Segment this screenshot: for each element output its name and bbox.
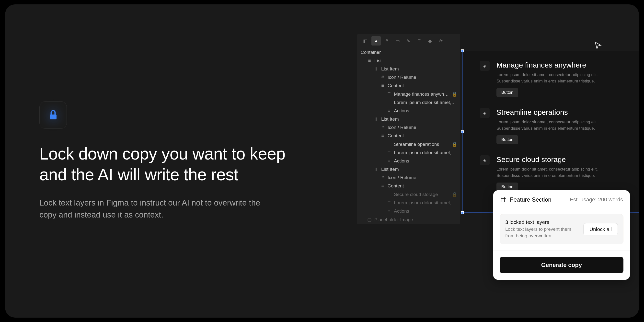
- layer-actions[interactable]: ≡Actions: [357, 107, 460, 115]
- feature-button[interactable]: Button: [496, 135, 518, 144]
- hero-copy: Lock down copy you want to keep and the …: [5, 4, 322, 318]
- tool-component-icon[interactable]: ◆: [425, 36, 434, 46]
- popup-title: Feature Section: [510, 196, 551, 203]
- feature-block: ◈ Secure cloud storage Lorem ipsum dolor…: [480, 155, 639, 191]
- tool-icon[interactable]: ◧: [361, 36, 370, 46]
- layer-text-title[interactable]: TManage finances anywhere🔒: [357, 90, 460, 98]
- unlock-all-button[interactable]: Unlock all: [583, 223, 618, 236]
- figma-toolbar: ◧ ▲ # ▭ ✎ T ◆ ⟳: [357, 34, 460, 48]
- layer-content[interactable]: ≡Content: [357, 132, 460, 140]
- lock-icon: [47, 109, 59, 121]
- feature-block: ◈ Streamline operations Lorem ipsum dolo…: [480, 108, 639, 144]
- lock-icon[interactable]: 🔒: [452, 142, 456, 147]
- feature-title: Streamline operations: [496, 108, 639, 116]
- tool-frame-icon[interactable]: #: [382, 36, 392, 46]
- popup-header: Feature Section Est. usage: 200 words: [493, 190, 630, 209]
- lock-icon[interactable]: 🔒: [452, 192, 456, 197]
- hero-headline: Lock down copy you want to keep and the …: [40, 144, 302, 185]
- cube-icon: ◈: [480, 155, 490, 165]
- mock-area: ◧ ▲ # ▭ ✎ T ◆ ⟳ Container ≡List ⦀List It…: [322, 4, 639, 318]
- layer-icon-relume[interactable]: #Icon / Relume: [357, 174, 460, 182]
- frame-icon: [500, 196, 506, 203]
- locked-count: 3 locked text layers: [505, 219, 574, 225]
- locked-desc: Lock text layers to prevent them from be…: [505, 226, 574, 239]
- selection-handle[interactable]: [461, 211, 464, 214]
- layer-text-lorem[interactable]: TLorem ipsum dolor sit amet, conse...: [357, 148, 460, 157]
- layer-content[interactable]: ≡Content: [357, 182, 460, 190]
- layer-list-item[interactable]: ⦀List Item: [357, 165, 460, 174]
- lock-badge: [40, 101, 67, 129]
- layer-text-lorem[interactable]: TLorem ipsum dolor sit amet, conse...: [357, 199, 460, 207]
- cursor-icon: [594, 41, 602, 50]
- feature-title: Manage finances anywhere: [496, 61, 639, 69]
- tool-pen-icon[interactable]: ✎: [404, 36, 413, 46]
- feature-block: ◈ Manage finances anywhere Lorem ipsum d…: [480, 61, 639, 97]
- layer-list-item[interactable]: ⦀List Item: [357, 65, 460, 73]
- layer-list-item[interactable]: ⦀List Item: [357, 115, 460, 123]
- selection-handle[interactable]: [461, 130, 464, 133]
- feature-desc: Lorem ipsum dolor sit amet, consectetur …: [496, 166, 604, 178]
- layer-placeholder-image[interactable]: ▢Placeholder Image: [357, 215, 460, 224]
- popup-usage: Est. usage: 200 words: [570, 196, 623, 203]
- layer-text-title[interactable]: TStreamline operations🔒: [357, 140, 460, 148]
- tool-move-icon[interactable]: ▲: [372, 36, 381, 46]
- feature-title: Secure cloud storage: [496, 155, 639, 164]
- ai-popup: Feature Section Est. usage: 200 words 3 …: [493, 190, 630, 280]
- svg-rect-0: [50, 114, 56, 120]
- figma-layers-panel: ◧ ▲ # ▭ ✎ T ◆ ⟳ Container ≡List ⦀List It…: [357, 34, 460, 224]
- layer-text-title[interactable]: TSecure cloud storage🔒: [357, 190, 460, 199]
- feature-desc: Lorem ipsum dolor sit amet, consectetur …: [496, 119, 604, 132]
- generate-copy-button[interactable]: Generate copy: [500, 257, 624, 273]
- tool-text-icon[interactable]: T: [414, 36, 424, 46]
- feature-button[interactable]: Button: [496, 182, 518, 191]
- hero-subtitle: Lock text layers in Figma to instruct ou…: [40, 197, 272, 221]
- layer-container[interactable]: Container: [357, 48, 460, 56]
- lock-icon[interactable]: 🔒: [452, 91, 456, 97]
- layer-actions[interactable]: ≡Actions: [357, 207, 460, 215]
- canvas-preview: ◈ Manage finances anywhere Lorem ipsum d…: [462, 51, 639, 213]
- layer-icon-relume[interactable]: #Icon / Relume: [357, 73, 460, 82]
- layer-icon-relume[interactable]: #Icon / Relume: [357, 123, 460, 132]
- locked-layers-box: 3 locked text layers Lock text layers to…: [500, 214, 624, 244]
- tool-refresh-icon[interactable]: ⟳: [436, 36, 445, 46]
- feature-card: Lock down copy you want to keep and the …: [5, 4, 639, 318]
- selection-handle[interactable]: [461, 50, 464, 52]
- cube-icon: ◈: [480, 61, 490, 71]
- layer-actions[interactable]: ≡Actions: [357, 157, 460, 165]
- layer-text-lorem[interactable]: TLorem ipsum dolor sit amet, conse...: [357, 98, 460, 107]
- feature-desc: Lorem ipsum dolor sit amet, consectetur …: [496, 72, 604, 84]
- feature-button[interactable]: Button: [496, 88, 518, 97]
- cube-icon: ◈: [480, 108, 490, 118]
- layer-content[interactable]: ≡Content: [357, 82, 460, 90]
- layer-list[interactable]: ≡List: [357, 56, 460, 65]
- tool-shape-icon[interactable]: ▭: [393, 36, 402, 46]
